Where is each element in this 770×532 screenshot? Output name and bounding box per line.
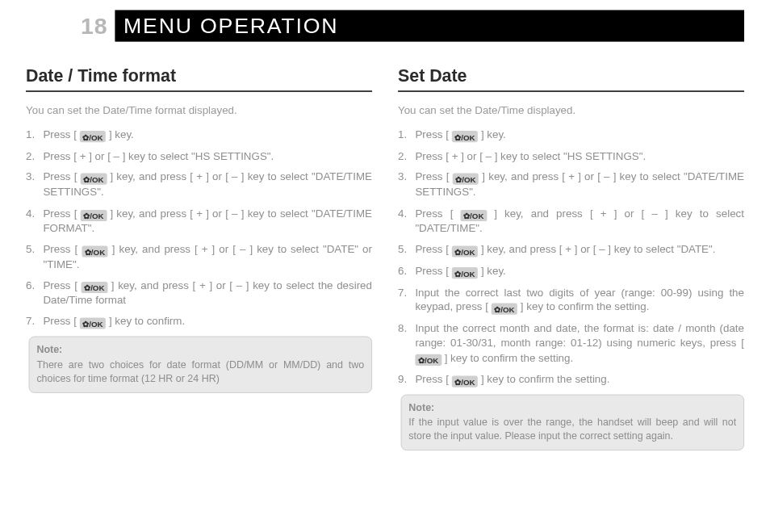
list-item: Input the correct last two digits of yea… — [398, 285, 744, 315]
list-item: Press [ ✿/OK ] key, and press [ + ] or [… — [398, 242, 744, 258]
section-heading: Date / Time format — [26, 66, 372, 92]
step-list: Press [ ✿/OK ] key.Press [ + ] or [ – ] … — [26, 128, 372, 329]
manual-page: 18 MENU OPERATION Date / Time format You… — [0, 0, 770, 450]
note-label: Note: — [36, 343, 364, 357]
list-item: Press [ ✿/OK ] key. — [398, 263, 744, 279]
list-item: Press [ + ] or [ – ] key to select "HS S… — [398, 149, 744, 163]
section-date-time-format: Date / Time format You can set the Date/… — [26, 66, 372, 450]
settings-ok-key-icon: ✿/OK — [453, 174, 479, 185]
list-item: Press [ ✿/OK ] key. — [398, 128, 744, 143]
list-item: Press [ + ] or [ – ] key to select "HS S… — [26, 149, 372, 163]
settings-ok-key-icon: ✿/OK — [452, 267, 479, 279]
note-label: Note: — [408, 400, 736, 414]
settings-ok-key-icon: ✿/OK — [81, 209, 107, 220]
note-box: Note: If the input value is over the ran… — [401, 394, 744, 450]
step-list: Press [ ✿/OK ] key.Press [ + ] or [ – ] … — [398, 128, 744, 387]
section-heading: Set Date — [398, 66, 744, 92]
settings-ok-key-icon: ✿/OK — [492, 304, 518, 315]
list-item: Press [ ✿/OK ] key to confirm. — [26, 314, 372, 329]
settings-ok-key-icon: ✿/OK — [82, 282, 108, 293]
page-title: MENU OPERATION — [123, 14, 338, 38]
settings-ok-key-icon: ✿/OK — [81, 174, 107, 185]
note-body: There are two choices for date format (D… — [36, 358, 364, 383]
content-columns: Date / Time format You can set the Date/… — [26, 66, 744, 450]
page-title-bar: MENU OPERATION — [115, 10, 744, 41]
list-item: Press [ ✿/OK ] key to confirm the settin… — [398, 372, 744, 387]
settings-ok-key-icon: ✿/OK — [80, 318, 107, 329]
list-item: Press [ ✿/OK ] key, and press [ + ] or [… — [26, 206, 372, 236]
list-item: Press [ ✿/OK ] key, and press [ + ] or [… — [398, 206, 744, 236]
section-set-date: Set Date You can set the Date/Time displ… — [398, 66, 744, 450]
list-item: Press [ ✿/OK ] key. — [26, 128, 372, 143]
settings-ok-key-icon: ✿/OK — [452, 375, 479, 387]
list-item: Press [ ✿/OK ] key, and press [ + ] or [… — [398, 170, 744, 199]
settings-ok-key-icon: ✿/OK — [415, 354, 441, 365]
list-item: Press [ ✿/OK ] key, and press [ + ] or [… — [26, 170, 372, 199]
list-item: Press [ ✿/OK ] key, and press [ + ] or [… — [26, 242, 372, 272]
page-number: 18 — [81, 13, 107, 40]
settings-ok-key-icon: ✿/OK — [461, 209, 488, 220]
settings-ok-key-icon: ✿/OK — [82, 245, 108, 257]
list-item: Input the correct month and date, the fo… — [398, 321, 744, 366]
note-body: If the input value is over the range, th… — [408, 417, 736, 442]
page-header: 18 MENU OPERATION — [26, 10, 744, 41]
list-item: Press [ ✿/OK ] key, and press [ + ] or [… — [26, 278, 372, 308]
section-intro: You can set the Date/Time format display… — [26, 102, 372, 117]
settings-ok-key-icon: ✿/OK — [452, 245, 479, 257]
note-box: Note: There are two choices for date for… — [29, 337, 372, 393]
page-number-box: 18 — [26, 10, 115, 41]
section-intro: You can set the Date/Time displayed. — [398, 102, 744, 117]
settings-ok-key-icon: ✿/OK — [452, 131, 479, 142]
settings-ok-key-icon: ✿/OK — [80, 131, 107, 142]
